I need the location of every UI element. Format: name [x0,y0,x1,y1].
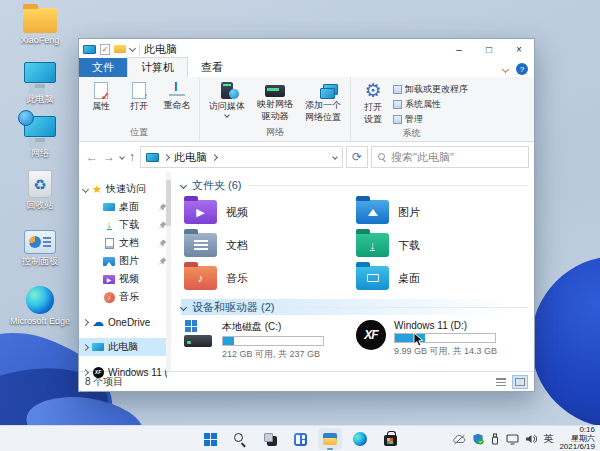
start-button[interactable] [198,428,222,450]
folders-section-header[interactable]: 文件夹 (6) [181,177,528,193]
desktop-icon-network[interactable]: 网络 [8,116,72,158]
taskbar-search-button[interactable] [228,428,252,450]
properties-icon[interactable]: ✓ [100,44,110,55]
open-button[interactable]: ↑ 打开 [121,80,157,111]
forward-button[interactable]: → [103,150,115,164]
breadcrumb-this-pc[interactable]: 此电脑 [174,150,207,165]
desktop-icon-edge[interactable]: Microsoft Edge [8,286,72,326]
sidebar-item-downloads[interactable]: ↓ 下载 [79,216,171,234]
ime-indicator[interactable]: 英 [543,432,553,446]
properties-button[interactable]: ✓ 属性 [83,80,119,111]
desktop-icon-label: 此电脑 [27,94,54,104]
back-button[interactable]: ← [86,150,98,164]
music-icon: ♪ [103,291,115,303]
collapse-icon[interactable] [180,181,187,188]
maximize-button[interactable]: □ [474,39,504,59]
sidebar-item-quick-access[interactable]: ★ 快速访问 [79,180,171,198]
open-settings-button[interactable]: ⚙ 打开 设置 [355,80,391,124]
downloads-icon: ↓ [103,219,115,231]
add-network-location-button[interactable]: 添加一个 网络位置 [300,80,346,122]
onedrive-tray-icon[interactable] [453,434,466,445]
help-button[interactable]: ? [516,63,528,75]
chevron-right-icon[interactable] [82,343,89,350]
ribbon: ✓ 属性 ↑ 打开 重命名 位置 访问媒体 [79,77,534,142]
sidebar-item-documents[interactable]: 文档 [79,234,171,252]
tab-file[interactable]: 文件 [79,58,127,77]
folder-tile-music[interactable]: ♪ 音乐 [181,263,353,293]
search-input[interactable]: 搜索"此电脑" [371,146,529,168]
drives-section-header[interactable]: 设备和驱动器 (2) [181,299,528,315]
desktop-icon-xiaofeng[interactable]: XiaoFeng [8,8,72,45]
sidebar-item-videos[interactable]: ▶ 视频 [79,270,171,288]
desktop-icon-label: 回收站 [27,200,54,210]
manage-button[interactable]: 管理 [393,113,468,126]
details-view-button[interactable] [493,375,509,389]
sidebar-item-pictures[interactable]: 图片 [79,252,171,270]
sidebar-item-drive-d[interactable]: XF Windows 11 (D: [79,363,171,381]
title-bar[interactable]: ✓ 此电脑 – □ × [79,39,534,59]
map-network-drive-button[interactable]: 映射网络 驱动器 [252,80,298,121]
desktop-icon-label: 网络 [31,148,49,158]
security-tray-icon[interactable] [472,433,484,445]
sidebar-item-music[interactable]: ♪ 音乐 [79,288,171,306]
tab-view[interactable]: 查看 [188,58,236,77]
access-media-button[interactable]: 访问媒体 [204,80,250,117]
minimize-button[interactable]: – [444,39,474,59]
desktop-icon-this-pc[interactable]: 此电脑 [8,62,72,104]
drives-grid: 本地磁盘 (C:) 212 GB 可用, 共 237 GB XF Windows… [181,318,528,363]
display-tray-icon[interactable] [506,434,519,445]
refresh-button[interactable]: ⟳ [346,146,368,168]
recent-locations-icon[interactable] [119,154,125,160]
rename-button[interactable]: 重命名 [159,80,195,110]
clock[interactable]: 0:16 星期六 2021/6/19 [559,426,597,451]
large-icons-view-button[interactable] [512,375,528,389]
search-placeholder: 搜索"此电脑" [391,150,454,165]
drive-tile-c[interactable]: 本地磁盘 (C:) 212 GB 可用, 共 237 GB [181,318,353,363]
desktop-icon-recycle-bin[interactable]: ♻ 回收站 [8,170,72,210]
ribbon-tabs: 文件 计算机 查看 ? [79,59,534,77]
volume-tray-icon[interactable] [525,433,537,445]
chevron-right-icon[interactable] [82,318,89,325]
sidebar-item-onedrive[interactable]: ☁ OneDrive [79,313,171,331]
open-icon: ↑ [132,82,146,99]
folder-tile-downloads[interactable]: ↓ 下载 [353,230,525,260]
widgets-button[interactable] [288,428,312,450]
system-properties-button[interactable]: 系统属性 [393,98,468,111]
minimize-ribbon-icon[interactable] [502,65,509,72]
folder-tile-desktop[interactable]: 桌面 [353,263,525,293]
this-pc-icon [83,45,96,54]
sidebar-item-desktop[interactable]: 桌面 [79,198,171,216]
uninstall-program-button[interactable]: 卸载或更改程序 [393,83,468,96]
breadcrumb[interactable]: 此电脑 [140,146,343,168]
address-dropdown-icon[interactable] [332,154,338,160]
content-pane: 文件夹 (6) ▶ 视频 图片 文档 ↓ 下载 [171,172,534,371]
folder-tile-videos[interactable]: ▶ 视频 [181,197,353,227]
window-controls: – □ × [444,39,534,59]
file-explorer-button[interactable] [318,428,342,450]
collapse-icon[interactable] [180,303,187,310]
new-folder-icon[interactable] [114,45,126,53]
drive-d-icon: XF [92,366,104,378]
taskbar: 英 0:16 星期六 2021/6/19 [0,425,600,451]
star-icon: ★ [92,184,102,195]
edge-button[interactable] [348,428,372,450]
capacity-bar [394,333,496,343]
chevron-down-icon [224,112,230,118]
store-button[interactable] [378,428,402,450]
folder-tile-pictures[interactable]: 图片 [353,197,525,227]
gear-icon: ⚙ [364,82,381,100]
drive-tile-d[interactable]: XF Windows 11 (D:) 9.99 GB 可用, 共 14.3 GB [353,318,525,363]
tab-computer[interactable]: 计算机 [127,57,188,77]
close-button[interactable]: × [504,39,534,59]
chevron-down-icon[interactable] [82,185,89,192]
chevron-down-icon[interactable] [129,44,136,51]
search-icon [234,433,246,445]
usb-tray-icon[interactable] [490,433,500,445]
chevron-right-icon[interactable] [82,368,89,375]
quick-access-toolbar[interactable]: ✓ [100,44,135,55]
up-button[interactable]: ↑ [129,150,135,164]
desktop-icon-control-panel[interactable]: 控制面板 [8,230,72,266]
sidebar-item-this-pc[interactable]: 此电脑 [79,338,171,356]
task-view-button[interactable] [258,428,282,450]
folder-tile-documents[interactable]: 文档 [181,230,353,260]
